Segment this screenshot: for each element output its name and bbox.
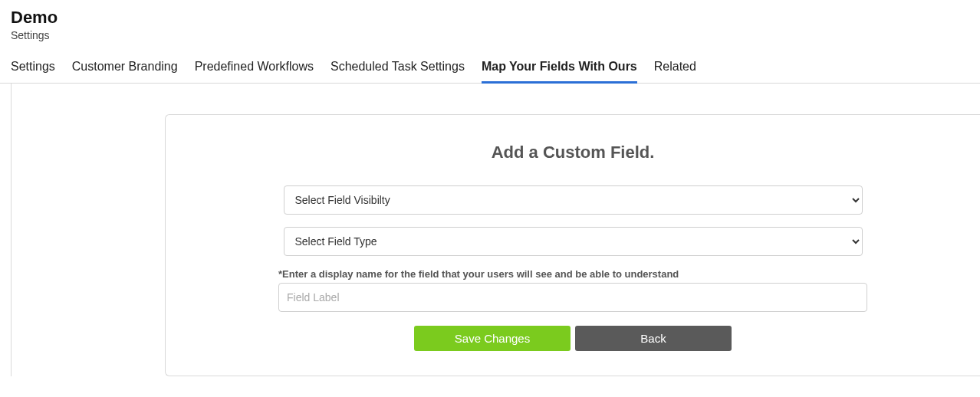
content-area: Add a Custom Field. Select Field Visibil… — [11, 84, 980, 376]
tab-scheduled-task-settings[interactable]: Scheduled Task Settings — [331, 60, 465, 83]
field-type-select[interactable]: Select Field Type — [284, 227, 863, 256]
tab-customer-branding[interactable]: Customer Branding — [72, 60, 178, 83]
custom-field-panel: Add a Custom Field. Select Field Visibil… — [165, 114, 980, 376]
page-subtitle: Settings — [11, 29, 969, 41]
page-title: Demo — [11, 8, 969, 28]
tab-related[interactable]: Related — [654, 60, 696, 83]
page-header: Demo Settings — [0, 0, 980, 46]
field-visibility-group: Select Field Visibilty — [284, 185, 863, 215]
field-label-group — [278, 283, 867, 312]
field-visibility-select[interactable]: Select Field Visibilty — [284, 185, 863, 215]
field-type-group: Select Field Type — [284, 227, 863, 256]
back-button[interactable]: Back — [575, 326, 732, 351]
panel-title: Add a Custom Field. — [181, 143, 965, 162]
tab-settings[interactable]: Settings — [11, 60, 55, 83]
tab-map-your-fields[interactable]: Map Your Fields With Ours — [482, 60, 637, 84]
save-button[interactable]: Save Changes — [414, 326, 571, 351]
tab-bar: Settings Customer Branding Predefined Wo… — [0, 46, 980, 84]
button-row: Save Changes Back — [181, 326, 965, 351]
field-label-input[interactable] — [278, 283, 867, 312]
field-label-help: *Enter a display name for the field that… — [278, 268, 867, 280]
tab-predefined-workflows[interactable]: Predefined Workflows — [195, 60, 314, 83]
